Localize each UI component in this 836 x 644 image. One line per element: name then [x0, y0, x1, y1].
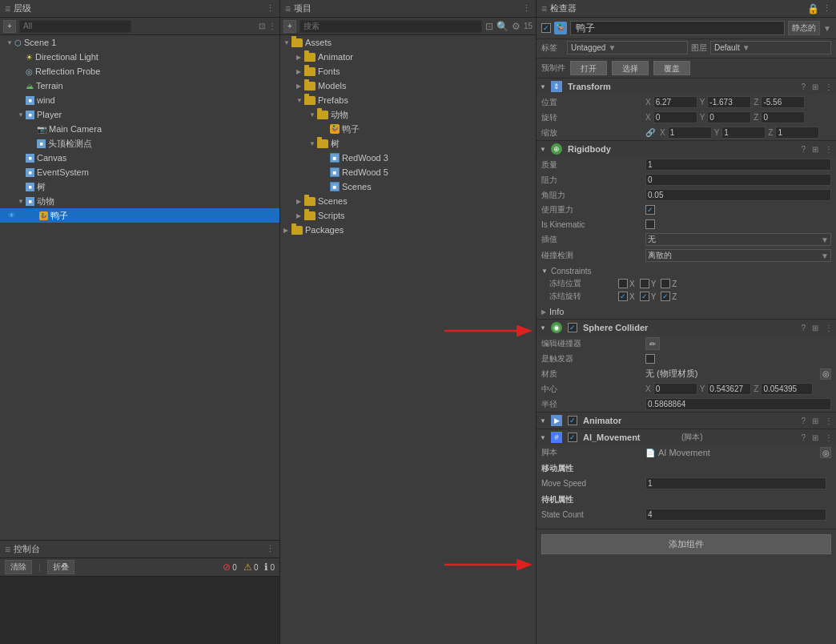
project-redwood2[interactable]: ■ RedWood 3: [280, 151, 536, 165]
tree-item-scene1[interactable]: ▼ ⬡ Scene 1: [0, 35, 279, 50]
rot-z-input[interactable]: [761, 111, 805, 123]
tree-item-animals[interactable]: ▼ ■ 动物: [0, 194, 279, 208]
hierarchy-more-icon[interactable]: ⋮: [266, 3, 275, 14]
tree-item-wind[interactable]: ■ wind: [0, 93, 279, 107]
drag-input[interactable]: [645, 174, 831, 186]
project-models[interactable]: ▶ Models: [280, 78, 536, 93]
project-icon1[interactable]: ⊡: [485, 21, 493, 32]
project-redwood5[interactable]: ■ Scenes: [280, 179, 536, 194]
add-component-button[interactable]: 添加组件: [541, 534, 831, 554]
project-add-button[interactable]: +: [283, 20, 296, 33]
project-prefabs[interactable]: ▼ Prefabs: [280, 93, 536, 107]
rot-x-input[interactable]: [653, 111, 697, 123]
animator-header[interactable]: ▼ ▶ ✓ Animator ? ⊞ ⋮: [537, 413, 836, 429]
tree-item-main-camera[interactable]: 📷 Main Camera: [0, 122, 279, 136]
console-menu-icon[interactable]: ≡: [5, 544, 10, 555]
script-select-btn[interactable]: ◎: [820, 447, 831, 458]
scale-z-input[interactable]: [775, 127, 819, 139]
static-button[interactable]: 静态的: [788, 21, 820, 35]
sphere-collider-header[interactable]: ▼ ◉ ✓ Sphere Collider ? ⊞ ⋮: [537, 320, 836, 336]
freeze-rot-z[interactable]: ✓Z: [661, 292, 677, 301]
tag-dropdown[interactable]: Untagged ▼: [567, 41, 688, 54]
project-icon2[interactable]: 🔍: [496, 21, 508, 32]
project-animator[interactable]: ▶ Animator: [280, 50, 536, 64]
inspector-lock-icon[interactable]: 🔒: [807, 3, 819, 14]
inspector-more-icon[interactable]: ⋮: [822, 3, 831, 14]
project-animals-folder[interactable]: ▼ 动物: [280, 107, 536, 122]
ai-settings-icon[interactable]: ⊞: [812, 433, 818, 442]
rigidbody-settings-icon[interactable]: ⊞: [812, 145, 818, 154]
freeze-pos-x[interactable]: X: [618, 279, 635, 288]
sphere-help-icon[interactable]: ?: [801, 324, 806, 332]
ai-help-icon[interactable]: ?: [801, 433, 806, 442]
project-more-icon[interactable]: ⋮: [522, 3, 531, 14]
tree-item-tree[interactable]: ■ 树: [0, 179, 279, 194]
static-dropdown-arrow[interactable]: ▼: [823, 24, 831, 33]
project-assets[interactable]: ▼ Assets: [280, 35, 536, 50]
scale-x-input[interactable]: [668, 127, 712, 139]
transform-settings-icon[interactable]: ⊞: [812, 83, 818, 91]
override-button[interactable]: 覆盖: [653, 61, 690, 75]
freeze-pos-y[interactable]: Y: [640, 279, 657, 288]
transform-more-icon[interactable]: ⋮: [825, 83, 833, 91]
center-z-input[interactable]: [761, 383, 813, 395]
console-more-icon[interactable]: ⋮: [266, 544, 275, 554]
layer-dropdown[interactable]: Default ▼: [710, 41, 831, 54]
transform-header[interactable]: ▼ ⇕ Transform ? ⊞ ⋮: [537, 78, 836, 95]
rot-y-input[interactable]: [707, 111, 751, 123]
ai-more-icon[interactable]: ⋮: [825, 433, 833, 442]
animator-help-icon[interactable]: ?: [801, 417, 806, 425]
project-scripts[interactable]: ▶ Scripts: [280, 208, 536, 223]
project-icon3[interactable]: ⚙: [512, 21, 520, 32]
hierarchy-menu-icon[interactable]: ≡: [5, 3, 10, 14]
console-clear-button[interactable]: 清除: [5, 560, 32, 574]
project-packages[interactable]: ▶ Packages: [280, 223, 536, 237]
collision-dropdown[interactable]: 离散的 ▼: [645, 249, 831, 262]
project-fonts[interactable]: ▶ Fonts: [280, 64, 536, 78]
rigidbody-header[interactable]: ▼ ⊕ Rigidbody ? ⊞ ⋮: [537, 141, 836, 157]
object-name-field[interactable]: [570, 21, 785, 35]
center-x-input[interactable]: [653, 383, 697, 395]
angdrag-input[interactable]: [645, 189, 831, 201]
tree-item-head-point[interactable]: ■ 头顶检测点: [0, 136, 279, 151]
freeze-pos-z[interactable]: Z: [661, 279, 677, 288]
tree-item-eventsystem[interactable]: ■ EventSystem: [0, 165, 279, 179]
rigidbody-more-icon[interactable]: ⋮: [825, 145, 833, 154]
freeze-rot-y[interactable]: ✓Y: [640, 292, 657, 301]
project-tree-folder[interactable]: ▼ 树: [280, 136, 536, 151]
pos-y-input[interactable]: [707, 96, 751, 108]
select-button[interactable]: 选择: [612, 61, 649, 75]
sphere-settings-icon[interactable]: ⊞: [812, 324, 818, 332]
material-select-btn[interactable]: ◎: [820, 368, 831, 380]
object-active-checkbox[interactable]: ✓: [541, 23, 551, 33]
kinematic-checkbox[interactable]: [645, 219, 655, 229]
sphere-more-icon[interactable]: ⋮: [825, 324, 833, 332]
center-y-input[interactable]: [707, 383, 751, 395]
hierarchy-expand-icon[interactable]: ⊡: [259, 22, 265, 30]
hierarchy-search-input[interactable]: [19, 20, 131, 33]
console-collapse-button[interactable]: 折叠: [47, 560, 74, 574]
animator-settings-icon[interactable]: ⊞: [812, 417, 818, 425]
gravity-checkbox[interactable]: ✓: [645, 205, 655, 215]
interpolate-dropdown[interactable]: 无 ▼: [645, 233, 831, 246]
animator-more-icon[interactable]: ⋮: [825, 417, 833, 425]
transform-help-icon[interactable]: ?: [801, 83, 806, 91]
tree-item-canvas[interactable]: ■ Canvas: [0, 151, 279, 165]
tree-item-dir-light[interactable]: ☀ Directional Light: [0, 50, 279, 64]
ai-movement-header[interactable]: ▼ # ✓ AI_Movement (脚本) ? ⊞ ⋮: [537, 429, 836, 445]
mass-input[interactable]: [645, 159, 831, 171]
add-button[interactable]: +: [3, 20, 16, 33]
pos-z-input[interactable]: [761, 96, 805, 108]
radius-input[interactable]: [645, 398, 831, 410]
tree-item-refl-probe[interactable]: ◎ Reflection Probe: [0, 64, 279, 78]
project-menu-icon[interactable]: ≡: [285, 3, 291, 14]
scale-link-icon[interactable]: 🔗: [645, 128, 655, 137]
edit-collider-btn[interactable]: ✏: [645, 337, 660, 350]
tree-item-duck[interactable]: 👁 🦆 鸭子: [0, 208, 279, 223]
tree-item-player[interactable]: ▼ ■ Player: [0, 107, 279, 122]
info-row[interactable]: ▶ Info: [537, 304, 836, 319]
move-speed-input[interactable]: [645, 477, 826, 489]
scale-y-input[interactable]: [721, 127, 766, 139]
project-redwood3[interactable]: ■ RedWood 5: [280, 165, 536, 179]
project-duck-prefab[interactable]: 🦆 鸭子: [280, 122, 536, 136]
